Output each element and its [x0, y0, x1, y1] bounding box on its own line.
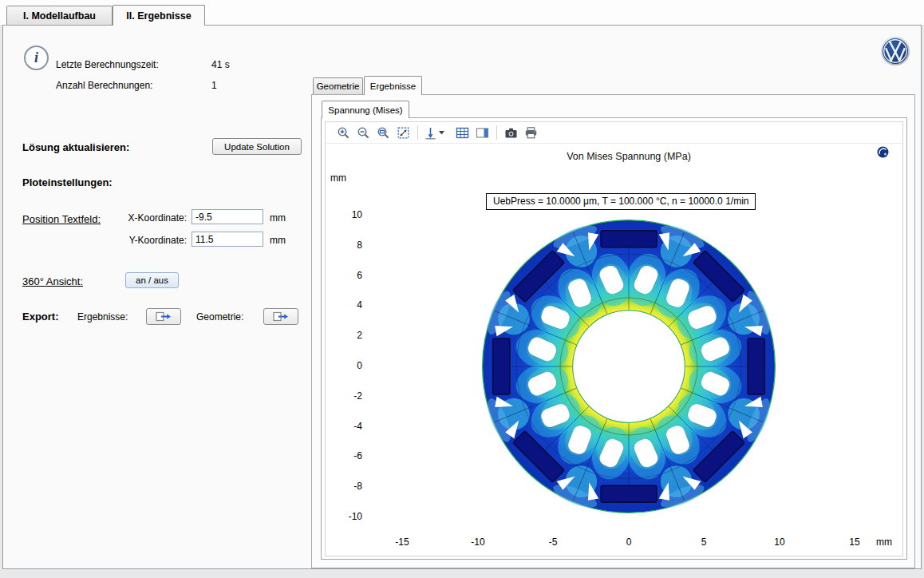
x-coordinate-unit: mm	[270, 212, 286, 224]
tab-modellaufbau-label: I. Modellaufbau	[23, 10, 96, 22]
plot-group-icon	[877, 146, 889, 158]
y-coordinate-unit: mm	[270, 235, 286, 246]
zoom-box-button[interactable]	[373, 124, 393, 142]
tab-modellaufbau[interactable]: I. Modellaufbau	[6, 6, 113, 25]
zoom-extents-button[interactable]	[393, 124, 413, 142]
tab-spannung-mises-label: Spannung (Mises)	[328, 105, 402, 115]
info-icon: i	[24, 46, 49, 70]
y-axis-unit: mm	[330, 172, 346, 184]
export-arrow-icon	[273, 311, 289, 322]
x-tick: -15	[385, 536, 420, 548]
solution-heading: Lösung aktualisieren:	[22, 141, 129, 153]
export-geometry-label: Geometrie:	[196, 311, 243, 323]
export-results-label: Ergebnisse:	[77, 311, 128, 323]
y-tick: -6	[338, 450, 362, 461]
snapshot-button[interactable]	[501, 124, 521, 142]
chevron-down-icon	[439, 131, 445, 135]
y-tick: 2	[338, 330, 362, 341]
export-heading: Export:	[22, 311, 59, 323]
printer-icon	[524, 126, 538, 140]
y-tick: 8	[338, 240, 362, 251]
toggle-360-label: an / aus	[136, 275, 168, 285]
view-direction-button[interactable]	[422, 124, 446, 142]
export-results-button[interactable]	[146, 308, 181, 325]
x-tick: 0	[611, 536, 646, 548]
computation-count-label: Anzahl Berechnungen:	[56, 80, 152, 91]
print-button[interactable]	[521, 124, 541, 142]
y-tick: -4	[338, 421, 362, 432]
plot-settings-heading: Ploteinstellungen:	[22, 176, 113, 188]
legend-panel-icon	[476, 126, 489, 140]
view-direction-icon	[424, 126, 437, 140]
update-solution-button[interactable]: Update Solution	[212, 138, 302, 155]
zoom-out-icon	[357, 126, 370, 140]
zoom-extents-icon	[397, 126, 410, 140]
x-tick: 10	[762, 536, 797, 548]
x-coordinate-label: X-Koordinate:	[118, 212, 187, 224]
tab-ergebnisse-main[interactable]: II. Ergebnisse	[113, 5, 205, 26]
zoom-out-button[interactable]	[353, 124, 373, 142]
export-geometry-button[interactable]	[263, 308, 298, 325]
last-computation-label: Letzte Berechnungszeit:	[56, 59, 159, 70]
y-tick: -2	[338, 390, 362, 402]
computation-count-value: 1	[211, 80, 217, 91]
x-tick: 5	[686, 536, 721, 548]
y-coordinate-label: Y-Koordinate:	[118, 235, 187, 246]
y-tick: -8	[338, 481, 362, 492]
tab-ergebnisse-main-label: II. Ergebnisse	[126, 10, 191, 22]
zoom-box-icon	[377, 126, 390, 140]
y-tick: -10	[338, 511, 362, 522]
y-coordinate-input[interactable]	[192, 232, 263, 247]
table-toggle-button[interactable]	[452, 124, 472, 142]
toolbar-separator	[496, 125, 497, 140]
info-glyph: i	[34, 49, 38, 66]
zoom-in-button[interactable]	[334, 124, 353, 142]
export-arrow-icon	[156, 311, 172, 322]
x-tick: -5	[535, 536, 571, 548]
x-axis-unit: mm	[876, 536, 892, 548]
y-tick: 4	[338, 299, 362, 311]
update-solution-label: Update Solution	[224, 142, 290, 152]
plot-toolbar	[326, 122, 902, 144]
y-tick: 6	[338, 270, 362, 281]
tab-ergebnisse-viewer[interactable]: Ergebnisse	[364, 76, 422, 95]
tab-ergebnisse-viewer-label: Ergebnisse	[370, 81, 417, 91]
plot-title: Von Mises Spannung (MPa)	[567, 151, 691, 162]
table-icon	[456, 126, 469, 140]
tab-spannung-mises[interactable]: Spannung (Mises)	[322, 101, 409, 118]
view-360-heading: 360° Ansicht:	[22, 275, 83, 287]
stress-plot-canvas[interactable]	[469, 207, 788, 526]
vw-logo	[880, 36, 910, 66]
x-tick: 15	[837, 536, 872, 548]
legend-toggle-button[interactable]	[472, 124, 492, 142]
toggle-360-button[interactable]: an / aus	[125, 272, 179, 288]
x-coordinate-input[interactable]	[192, 209, 263, 224]
position-textfield-heading: Position Textfeld:	[22, 213, 101, 225]
y-tick: 0	[338, 360, 362, 371]
zoom-in-icon	[337, 126, 350, 140]
last-computation-value: 41 s	[211, 59, 230, 70]
y-tick: 10	[338, 209, 362, 220]
toolbar-separator	[417, 125, 418, 140]
application-window: I. Modellaufbau II. Ergebnisse i Letzte …	[0, 0, 924, 578]
tab-geometrie-viewer[interactable]: Geometrie	[313, 77, 363, 94]
camera-icon	[504, 126, 518, 140]
x-tick: -10	[460, 536, 496, 548]
tab-geometrie-viewer-label: Geometrie	[317, 81, 360, 91]
